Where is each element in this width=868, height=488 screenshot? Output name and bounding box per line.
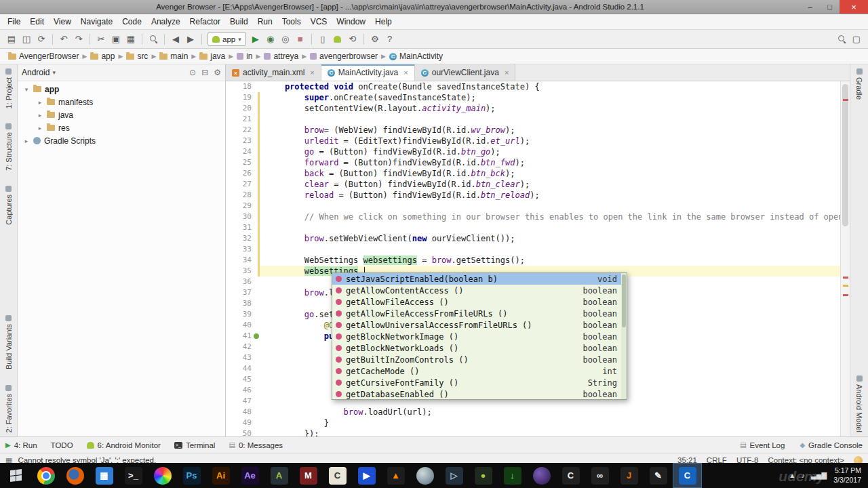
line-number[interactable]: 34 [226,255,260,266]
error-stripe-mark[interactable] [843,99,848,101]
illustrator-icon[interactable]: Ai [206,463,235,488]
line-number[interactable]: 31 [226,222,260,233]
code-line-19[interactable]: 19 super.onCreate(savedInstanceState); [226,92,850,103]
run-icon[interactable]: ▶ [248,32,263,46]
code-line-28[interactable]: 28 reload = (Button) findViewById(R.id.b… [226,190,850,201]
line-number[interactable]: 20 [226,103,260,114]
completion-item-getbuiltinzoomcontrols[interactable]: getBuiltInZoomControls ()boolean [332,354,627,365]
line-number[interactable]: 49 [226,418,260,428]
firefox-icon[interactable] [60,463,90,488]
forward-icon[interactable]: ▶ [183,32,198,46]
start-button[interactable] [0,463,31,488]
override-marker-icon[interactable] [254,333,259,339]
close-tab-icon[interactable]: × [310,68,314,77]
code-editor[interactable]: 18 protected void onCreate(Bundle savedI… [226,81,850,436]
line-number[interactable]: 29 [226,201,260,211]
media-player-icon[interactable]: M [294,463,323,488]
sdk-manager-icon[interactable] [330,32,345,46]
line-number[interactable]: 47 [226,396,260,407]
panel-settings-icon[interactable]: ⚙ [214,68,221,77]
breadcrumb-item-java[interactable]: java [198,52,226,61]
java-icon[interactable]: J [614,463,644,488]
camtasia-recorder-icon[interactable]: C [673,463,702,488]
tab-ourviewclient-java[interactable]: CourViewClient.java× [415,64,516,81]
tree-expand-icon[interactable]: ▸ [23,138,30,144]
stripe-button-android-model[interactable]: Android Model [855,375,863,432]
title-bar[interactable]: Avenger Browser - [E:\Apps\AvengerBrowse… [0,0,868,14]
breadcrumb-item-src[interactable]: src [125,52,149,61]
breadcrumb-item-attreya[interactable]: attreya [262,52,300,61]
stripe-button-1-project[interactable]: 1: Project [5,68,13,108]
code-line-50[interactable]: 50 }); [226,428,850,436]
code-line-34[interactable]: 34 WebSettings websettings = brow.getSet… [226,255,850,266]
back-icon[interactable]: ◀ [168,32,183,46]
line-number[interactable]: 25 [226,157,260,168]
line-number[interactable]: 42 [226,342,260,352]
line-number[interactable]: 24 [226,146,260,157]
chrome-icon[interactable] [31,463,60,488]
breadcrumb-item-avengerbrowser[interactable]: AvengerBrowser [7,52,81,61]
stripe-button-captures[interactable]: Captures [5,186,13,225]
code-line-25[interactable]: 25 forward = (Button)findViewById(R.id.b… [226,157,850,168]
line-number[interactable]: 19 [226,92,260,103]
tree-item-res[interactable]: ▸res [18,121,225,134]
code-line-20[interactable]: 20 setContentView(R.layout.activity_main… [226,103,850,114]
completion-item-getallowuniversalaccessfromfileurls[interactable]: getAllowUniversalAccessFromFileURLs ()bo… [332,319,627,331]
tree-expand-icon[interactable]: ▾ [23,86,30,93]
code-line-29[interactable]: 29 [226,201,850,211]
line-number[interactable]: 26 [226,168,260,179]
undo-icon[interactable]: ↶ [56,32,71,46]
breadcrumb-item-avengerbrowser[interactable]: avengerbrowser [309,52,379,61]
editor-scrollbar-thumb[interactable] [842,84,848,226]
code-line-48[interactable]: 48 brow.loadUrl(url); [226,407,850,418]
editor-scrollbar[interactable] [840,81,850,436]
menu-analyze[interactable]: Analyze [146,17,185,26]
toolwindow-button-4-run[interactable]: ▶4: Run [5,441,37,449]
menu-code[interactable]: Code [117,17,146,26]
debug-icon[interactable]: ◉ [263,32,278,46]
color-wheel-icon[interactable] [148,463,177,488]
tree-item-java[interactable]: ▸java [18,108,225,121]
gradle-sync-icon[interactable]: ⟲ [345,32,360,46]
tree-item-app[interactable]: ▾app [18,83,225,96]
menu-navigate[interactable]: Navigate [76,17,117,26]
toolwindow-button-event-log[interactable]: ▤Event Log [740,441,785,449]
code-line-32[interactable]: 32 brow.setWebViewClient(new ourViewClie… [226,233,850,244]
line-number[interactable]: 22 [226,125,260,136]
code-line-26[interactable]: 26 back = (Button) findViewById(R.id.btn… [226,168,850,179]
completion-item-getallowcontentaccess[interactable]: getAllowContentAccess ()boolean [332,285,627,296]
redo-icon[interactable]: ↷ [71,32,86,46]
tree-item-manifests[interactable]: ▸manifests [18,96,225,108]
collapse-all-icon[interactable]: ⊟ [201,68,208,77]
stop-icon[interactable]: ■ [293,32,308,46]
line-number[interactable]: 23 [226,136,260,146]
menu-view[interactable]: View [49,17,76,26]
panel-layout-icon[interactable]: ▢ [849,32,864,46]
android-studio-icon[interactable]: A [264,463,294,488]
coverage-icon[interactable]: ◎ [278,32,293,46]
line-number[interactable]: 28 [226,190,260,201]
eclipse-icon[interactable] [527,463,556,488]
code-line-30[interactable]: 30 // When we click on something in our … [226,211,850,222]
line-number[interactable]: 50 [226,428,260,436]
tree-item-gradle-scripts[interactable]: ▸Gradle Scripts [18,134,225,147]
code-line-22[interactable]: 22 brow= (WebView) findViewById(R.id.wv_… [226,125,850,136]
line-number[interactable]: 40 [226,320,260,331]
error-stripe-mark[interactable] [843,277,848,279]
toolwindow-button-todo[interactable]: TODO [51,441,73,449]
completion-item-setjavascriptenabled[interactable]: setJavaScriptEnabled(boolean b)void [332,273,627,285]
copy-icon[interactable]: ▣ [108,32,123,46]
open-icon[interactable]: ▤ [4,32,19,46]
line-number[interactable]: 43 [226,352,260,363]
cut-icon[interactable]: ✂ [94,32,108,46]
pen-tablet-icon[interactable]: ✎ [644,463,673,488]
photoshop-icon[interactable]: Ps [177,463,206,488]
tab-activity-main-xml[interactable]: xactivity_main.xml× [226,64,321,81]
stripe-button-gradle[interactable]: Gradle [855,68,863,100]
error-stripe-mark[interactable] [843,294,848,296]
line-number[interactable]: 36 [226,277,260,287]
completion-item-getcursivefontfamily[interactable]: getCursiveFontFamily ()String [332,377,627,388]
maximize-icon[interactable]: □ [820,0,840,14]
line-number[interactable]: 48 [226,407,260,418]
line-number[interactable]: 30 [226,211,260,222]
